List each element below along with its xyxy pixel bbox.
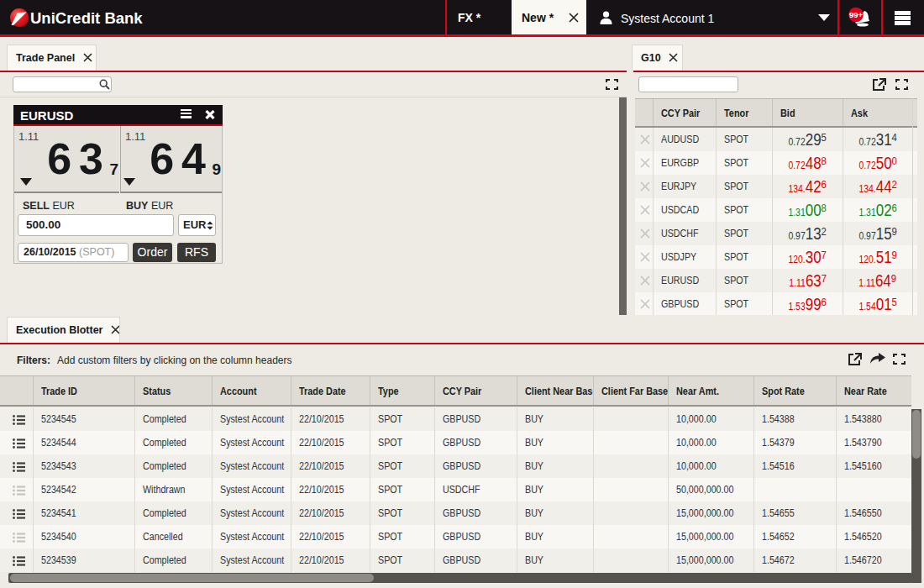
- svg-text:99+: 99+: [849, 10, 864, 19]
